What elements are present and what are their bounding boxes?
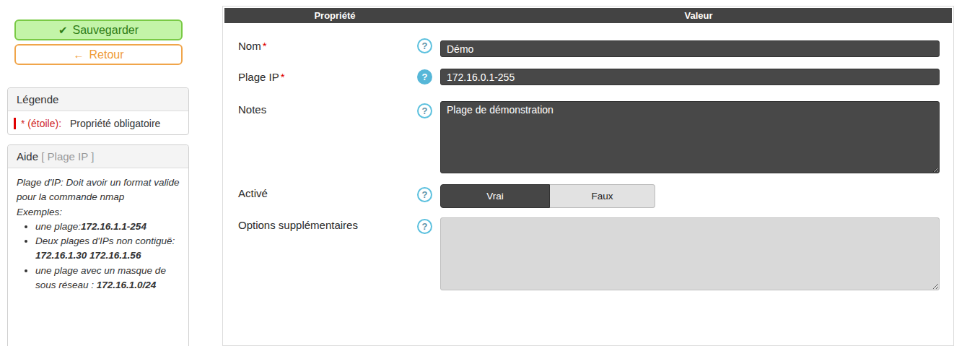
notes-textarea[interactable]: Plage de démonstration xyxy=(440,101,940,173)
required-asterisk: * xyxy=(263,40,267,52)
legend-star-label: * (étoile): xyxy=(21,118,61,129)
column-header-property: Propriété xyxy=(224,8,445,23)
help-line-examples: Exemples: xyxy=(17,205,180,220)
sidebar: ✔ Sauvegarder ← Retour Légende * (étoile… xyxy=(7,0,189,346)
nom-label-text: Nom xyxy=(238,40,261,52)
active-toggle-false[interactable]: Faux xyxy=(550,184,655,208)
property-form-panel: Propriété Valeur Nom* ? Plage IP* ? Note… xyxy=(222,6,954,346)
help-example-item: une plage avec un masque de sous réseau … xyxy=(35,264,180,293)
help-example-item: Deux plages d'IPs non contiguë: 172.16.1… xyxy=(35,234,180,264)
notes-help-icon[interactable]: ? xyxy=(417,103,432,118)
options-label: Options supplémentaires xyxy=(238,219,358,231)
back-button[interactable]: ← Retour xyxy=(14,44,183,65)
active-help-icon[interactable]: ? xyxy=(417,187,432,202)
help-line-format: Plage d'IP: Doit avoir un format valide … xyxy=(17,176,180,205)
help-panel: Aide [ Plage IP ] Plage d'IP: Doit avoir… xyxy=(7,144,189,346)
help-panel-title: Aide [ Plage IP ] xyxy=(8,145,188,168)
legend-star-text: Propriété obligatoire xyxy=(70,118,160,129)
required-asterisk: * xyxy=(281,71,285,83)
active-toggle-group: Vrai Faux xyxy=(440,184,655,208)
help-panel-context: [ Plage IP ] xyxy=(41,150,94,163)
help-example-text: une plage: xyxy=(35,221,81,232)
legend-required-note: * (étoile):Propriété obligatoire xyxy=(14,118,160,129)
nom-label: Nom* xyxy=(238,40,267,52)
save-button-label: Sauvegarder xyxy=(72,24,139,37)
options-help-icon[interactable]: ? xyxy=(417,219,432,234)
help-example-text: Deux plages d'IPs non contiguë: xyxy=(35,235,175,246)
table-header: Propriété Valeur xyxy=(224,8,952,23)
active-toggle-true[interactable]: Vrai xyxy=(440,184,550,208)
plage-ip-help-icon[interactable]: ? xyxy=(417,69,432,85)
active-label: Activé xyxy=(238,187,268,199)
legend-panel-body: * (étoile):Propriété obligatoire xyxy=(8,111,188,136)
back-button-label: Retour xyxy=(89,48,123,61)
legend-panel: Légende * (étoile):Propriété obligatoire xyxy=(7,87,189,135)
help-examples-list: une plage:172.16.1.1-254 Deux plages d'I… xyxy=(17,220,180,293)
help-example-value: 172.16.1.30 172.16.1.56 xyxy=(35,250,141,261)
plage-ip-input[interactable] xyxy=(440,69,940,85)
help-example-value: 172.16.1.0/24 xyxy=(97,280,157,290)
legend-panel-title: Légende xyxy=(8,88,188,111)
notes-label: Notes xyxy=(238,103,266,116)
help-example-item: une plage:172.16.1.1-254 xyxy=(35,220,180,234)
help-example-value: 172.16.1.1-254 xyxy=(81,221,146,232)
plage-ip-label-text: Plage IP xyxy=(238,71,279,83)
plage-ip-label: Plage IP* xyxy=(238,71,285,83)
nom-input[interactable] xyxy=(440,40,940,57)
nom-help-icon[interactable]: ? xyxy=(417,38,432,53)
arrow-left-icon: ← xyxy=(73,48,84,61)
check-icon: ✔ xyxy=(58,24,68,37)
column-header-value: Valeur xyxy=(445,8,952,23)
help-panel-title-text: Aide xyxy=(17,150,38,163)
options-textarea[interactable] xyxy=(440,217,940,290)
help-panel-body: Plage d'IP: Doit avoir un format valide … xyxy=(8,168,188,293)
save-button[interactable]: ✔ Sauvegarder xyxy=(14,20,183,40)
